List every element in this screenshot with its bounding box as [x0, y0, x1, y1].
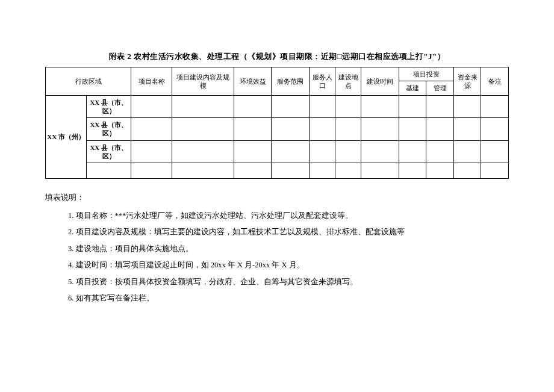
header-env-benefit: 环境效益 — [234, 67, 272, 96]
empty-cell — [361, 95, 399, 118]
empty-cell — [399, 95, 426, 118]
empty-cell — [234, 140, 272, 163]
empty-cell — [335, 163, 361, 179]
empty-cell — [335, 118, 361, 141]
table-row — [46, 163, 509, 179]
header-build-time: 建设时间 — [361, 67, 399, 96]
empty-cell — [131, 95, 172, 118]
county-cell: XX 县（市、区） — [87, 95, 131, 118]
empty-cell — [481, 163, 509, 179]
table-row: XX 市（州） XX 县（市、区） — [46, 95, 509, 118]
instruction-item: 3. 建设地点：项目的具体实施地点。 — [68, 241, 509, 258]
empty-cell — [131, 140, 172, 163]
header-region: 行政区域 — [46, 67, 131, 96]
header-build-loc: 建设地点 — [335, 67, 361, 96]
empty-cell — [453, 140, 481, 163]
header-investment: 项目投资 — [399, 67, 453, 81]
empty-cell — [272, 140, 310, 163]
empty-cell — [426, 118, 454, 141]
header-project-content: 项目建设内容及规模 — [172, 67, 234, 96]
empty-cell — [272, 118, 310, 141]
empty-cell — [399, 118, 426, 141]
empty-cell — [172, 140, 234, 163]
instruction-item: 1. 项目名称：***污水处理厂等，如建设污水处理站、污水处理厂以及配套建设等。 — [68, 208, 509, 225]
empty-cell — [426, 140, 454, 163]
header-service-pop: 服务人口 — [309, 67, 335, 96]
empty-cell — [272, 163, 310, 179]
table-row: XX 县（市、区） — [46, 118, 509, 141]
empty-cell — [309, 118, 335, 141]
empty-cell — [335, 95, 361, 118]
empty-cell — [131, 118, 172, 141]
empty-cell — [234, 163, 272, 179]
empty-cell — [172, 118, 234, 141]
header-fund-source: 资金来源 — [453, 67, 481, 96]
empty-cell — [272, 95, 310, 118]
county-cell: XX 县（市、区） — [87, 118, 131, 141]
empty-cell — [335, 140, 361, 163]
empty-cell — [361, 163, 399, 179]
empty-cell — [453, 118, 481, 141]
instruction-item: 4. 建设时间：填写项目建设起止时间，如 20xx 年 X 月-20xx 年 X… — [68, 257, 509, 274]
table-title: 附表 2 农村生活污水收集、处理工程（《规划》项目期限：近期□远期口在相应选项上… — [45, 51, 509, 62]
empty-cell — [426, 95, 454, 118]
empty-cell — [481, 95, 509, 118]
empty-cell — [309, 140, 335, 163]
city-cell: XX 市（州） — [46, 95, 87, 179]
empty-cell — [453, 95, 481, 118]
instruction-item: 5. 项目投资：按项目具体投资金额填写，分政府、企业、自筹与其它资金来源填写。 — [68, 274, 509, 291]
empty-cell — [172, 163, 234, 179]
empty-cell — [481, 118, 509, 141]
empty-cell — [453, 163, 481, 179]
empty-cell — [87, 163, 131, 179]
header-project-name: 项目名称 — [131, 67, 172, 96]
instruction-item: 2. 项目建设内容及规模：填写主要的建设内容，如工程技术工艺以及规模、排水标准、… — [68, 224, 509, 241]
empty-cell — [361, 140, 399, 163]
header-invest-sub1: 基建 — [399, 81, 426, 95]
empty-cell — [399, 140, 426, 163]
form-table: 行政区域 项目名称 项目建设内容及规模 环境效益 服务范围 服务人口 建设地点 … — [45, 67, 509, 179]
instruction-item: 6. 如有其它写在备注栏。 — [68, 290, 509, 307]
table-row: XX 县（市、区） — [46, 140, 509, 163]
empty-cell — [426, 163, 454, 179]
empty-cell — [234, 95, 272, 118]
empty-cell — [309, 95, 335, 118]
header-remark: 备注 — [481, 67, 509, 96]
empty-cell — [361, 118, 399, 141]
instructions-heading: 填表说明： — [45, 190, 509, 207]
empty-cell — [399, 163, 426, 179]
empty-cell — [309, 163, 335, 179]
empty-cell — [131, 163, 172, 179]
empty-cell — [481, 140, 509, 163]
empty-cell — [172, 95, 234, 118]
county-cell: XX 县（市、区） — [87, 140, 131, 163]
header-invest-sub2: 管理 — [426, 81, 454, 95]
instructions-block: 填表说明： 1. 项目名称：***污水处理厂等，如建设污水处理站、污水处理厂以及… — [45, 190, 509, 307]
header-service-scope: 服务范围 — [272, 67, 310, 96]
empty-cell — [234, 118, 272, 141]
